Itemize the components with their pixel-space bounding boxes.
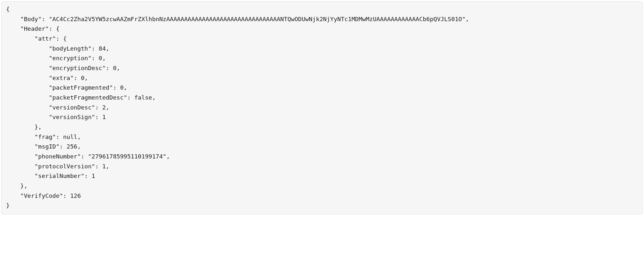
json-code-block[interactable]: { "Body": "AC4Cc2Zha2V5YW5zcwAAZmFrZXlhb… bbox=[1, 1, 643, 214]
json-code: { "Body": "AC4Cc2Zha2V5YW5zcwAAZmFrZXlhb… bbox=[6, 6, 469, 209]
